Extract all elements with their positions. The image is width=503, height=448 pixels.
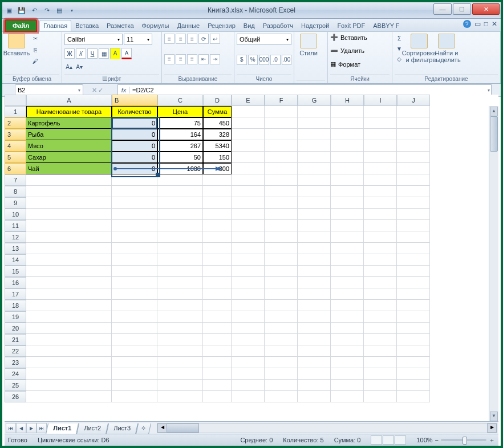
cell[interactable] — [298, 231, 331, 243]
insert-button[interactable]: Вставить — [340, 34, 367, 41]
cell[interactable] — [203, 300, 232, 311]
sheet-tab-2[interactable]: Лист2 — [76, 423, 108, 434]
cell[interactable] — [265, 174, 298, 186]
dec-decimal-icon[interactable]: .00 — [282, 55, 292, 65]
cell[interactable] — [397, 129, 430, 140]
sheet-next-icon[interactable]: ▶ — [26, 423, 36, 433]
cell[interactable] — [364, 243, 397, 254]
cell[interactable] — [364, 391, 397, 402]
cell[interactable] — [397, 380, 430, 391]
cell[interactable] — [232, 266, 265, 277]
cell[interactable] — [232, 209, 265, 220]
cell[interactable] — [331, 163, 364, 174]
cell[interactable] — [232, 380, 265, 391]
cell[interactable] — [364, 197, 397, 209]
cell[interactable] — [265, 357, 298, 368]
cell[interactable] — [157, 368, 203, 380]
cell[interactable]: Чай — [26, 163, 112, 174]
cell[interactable] — [265, 152, 298, 163]
cell[interactable] — [397, 345, 430, 357]
align-right-icon[interactable]: ≡ — [187, 54, 197, 64]
cell-d1[interactable]: Сумма — [203, 106, 232, 117]
sheet-last-icon[interactable]: ⏭ — [36, 423, 47, 433]
tab-insert[interactable]: Вставка — [71, 20, 103, 31]
cell[interactable] — [157, 220, 203, 231]
cell[interactable] — [331, 277, 364, 288]
row-header[interactable]: 14 — [5, 254, 26, 266]
cell[interactable] — [364, 323, 397, 334]
paste-button[interactable]: Вставить — [5, 34, 29, 66]
zoom-control[interactable]: 100% − ＋ — [416, 436, 495, 445]
qat-icon[interactable]: ▤ — [54, 5, 65, 16]
cell[interactable] — [232, 254, 265, 266]
cell[interactable]: 267 — [157, 140, 203, 152]
cell[interactable]: 0 — [112, 152, 157, 163]
cell[interactable]: 0 — [112, 140, 157, 152]
cell[interactable] — [265, 368, 298, 380]
cell[interactable] — [397, 357, 430, 368]
cell-c1[interactable]: Цена — [157, 106, 203, 117]
cell[interactable] — [331, 368, 364, 380]
tab-foxit[interactable]: Foxit PDF — [333, 20, 369, 31]
row-header[interactable]: 24 — [5, 368, 26, 380]
sheet-tab-new[interactable]: ✧ — [136, 423, 151, 434]
cell[interactable] — [331, 106, 364, 117]
row-header[interactable]: 20 — [5, 323, 26, 334]
cell[interactable] — [203, 345, 232, 357]
cell[interactable] — [331, 243, 364, 254]
cell[interactable] — [203, 174, 232, 186]
wrap-text-icon[interactable]: ↩ — [210, 34, 220, 44]
cell[interactable] — [364, 129, 397, 140]
delete-button[interactable]: Удалить — [340, 47, 364, 54]
cell[interactable] — [298, 323, 331, 334]
tab-layout[interactable]: Разметка — [103, 20, 138, 31]
cell[interactable] — [157, 334, 203, 345]
scroll-up-icon[interactable]: ▲ — [490, 107, 498, 116]
cell[interactable] — [232, 174, 265, 186]
cell[interactable] — [26, 368, 112, 380]
file-tab[interactable]: Файл — [5, 19, 37, 32]
cell[interactable] — [112, 220, 157, 231]
cell-a1[interactable]: Наименование товара — [26, 106, 112, 117]
fill-handle[interactable] — [156, 173, 159, 176]
sheet-tab-3[interactable]: Лист3 — [106, 423, 138, 434]
cell[interactable] — [157, 288, 203, 300]
row-header[interactable]: 23 — [5, 357, 26, 368]
cell[interactable] — [26, 345, 112, 357]
cell[interactable] — [364, 140, 397, 152]
row-header[interactable]: 22 — [5, 345, 26, 357]
row-header[interactable]: 1 — [5, 106, 26, 117]
cell[interactable] — [203, 243, 232, 254]
cell[interactable] — [112, 345, 157, 357]
col-header-b[interactable]: B — [112, 95, 157, 106]
cell[interactable] — [232, 323, 265, 334]
cell[interactable] — [26, 357, 112, 368]
cell[interactable] — [112, 288, 157, 300]
cell[interactable] — [112, 334, 157, 345]
cell[interactable] — [298, 152, 331, 163]
cell[interactable] — [265, 380, 298, 391]
view-pagebreak-icon[interactable] — [395, 435, 406, 445]
select-all-corner[interactable] — [5, 95, 26, 106]
cell[interactable] — [203, 254, 232, 266]
cell[interactable] — [364, 277, 397, 288]
row-header[interactable]: 8 — [5, 186, 26, 197]
cell[interactable] — [364, 288, 397, 300]
sort-filter-button[interactable]: Сортировка и фильтр — [407, 34, 431, 63]
align-bottom-icon[interactable]: ≡ — [187, 34, 197, 44]
cell[interactable] — [298, 391, 331, 402]
cell[interactable] — [232, 300, 265, 311]
cell[interactable] — [298, 277, 331, 288]
horizontal-scrollbar[interactable]: ◀ ▶ — [157, 423, 497, 433]
cell[interactable] — [331, 266, 364, 277]
cell[interactable] — [397, 277, 430, 288]
cell[interactable] — [397, 174, 430, 186]
tab-developer[interactable]: Разработч — [259, 20, 297, 31]
cell[interactable] — [265, 254, 298, 266]
font-name-select[interactable]: Calibri▾ — [64, 34, 123, 45]
cell[interactable] — [112, 243, 157, 254]
cell[interactable] — [331, 288, 364, 300]
cell[interactable] — [331, 197, 364, 209]
percent-icon[interactable]: % — [248, 55, 258, 65]
cell[interactable] — [112, 391, 157, 402]
